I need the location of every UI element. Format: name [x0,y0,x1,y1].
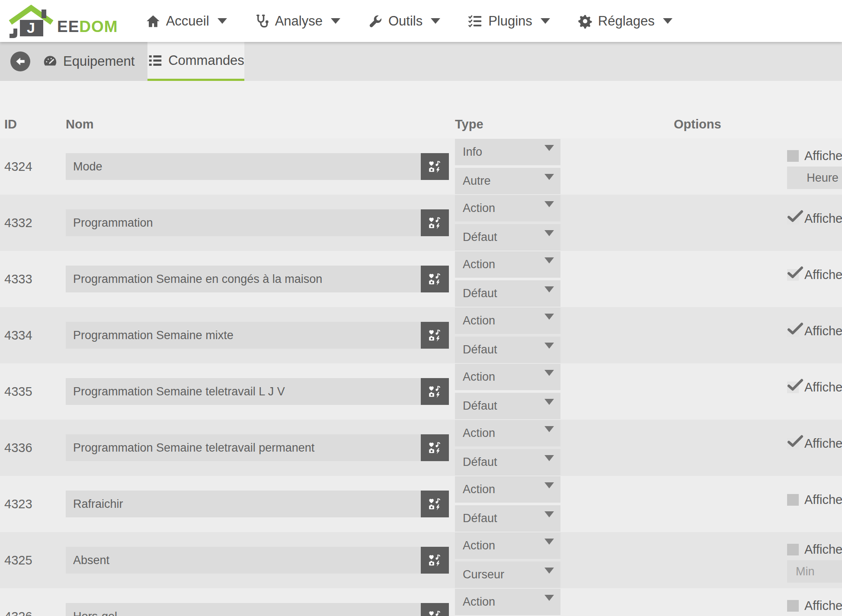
subtype-select-value: Défaut [455,512,497,525]
type-select[interactable]: Action [455,195,560,221]
command-name-input[interactable] [66,603,421,616]
command-name-input[interactable] [66,434,421,461]
afficher-checkbox-label: Afficher [804,268,842,282]
subtype-select-value: Défaut [455,399,497,413]
wrench-icon [368,14,383,29]
nav-item-accueil[interactable]: Accueil [146,13,227,29]
subtype-select[interactable]: Défaut [455,224,560,250]
tab-equipement[interactable]: Equipement [42,54,134,69]
command-name-input[interactable] [66,491,421,517]
command-display-button[interactable] [421,378,449,405]
nav-item-reglages[interactable]: Réglages [578,13,672,29]
subtype-select[interactable]: Défaut [455,393,560,419]
type-select-value: Action [455,258,495,271]
home-icon [146,14,160,29]
back-button[interactable] [10,51,30,71]
command-name-input[interactable] [66,209,421,236]
nav-item-label: Accueil [166,13,209,29]
nav-item-analyse[interactable]: Analyse [255,13,340,29]
table-row: 4323 Action [0,476,842,532]
table-body: 4324 Info [0,138,842,616]
command-display-button[interactable] [421,547,449,574]
afficher-checkbox[interactable] [787,150,799,162]
type-select[interactable]: Action [455,476,560,503]
brand-text-dark: EE [57,18,79,35]
command-display-button[interactable] [421,209,449,236]
chevron-down-icon [544,482,554,488]
subtype-select[interactable]: Défaut [455,505,560,532]
afficher-checkbox-label: Afficher [804,212,842,226]
widget-display-icon [427,159,443,174]
nav-item-label: Réglages [598,13,655,29]
nav-item-outils[interactable]: Outils [368,13,440,29]
table-row: 4332 Action [0,195,842,251]
afficher-checkbox[interactable] [787,213,799,225]
command-name-input[interactable] [66,322,421,349]
afficher-checkbox[interactable] [787,600,799,612]
type-select-value: Action [455,539,495,552]
commands-panel: ID Nom Type Options 4324 [0,81,842,616]
command-display-button[interactable] [421,266,449,292]
type-select[interactable]: Action [455,364,560,390]
command-id: 4324 [4,160,66,174]
table-row: 4333 Action [0,251,842,307]
tab-equipement-label: Equipement [63,54,134,69]
table-row: 4336 Action [0,420,842,476]
subtype-select[interactable]: Curseur [455,561,560,588]
afficher-checkbox[interactable] [787,494,799,506]
type-select[interactable]: Info [455,139,560,165]
widget-display-icon [427,440,443,456]
command-name-field [66,153,449,180]
afficher-checkbox[interactable] [787,544,799,555]
command-display-button[interactable] [421,603,449,616]
widget-display-icon [427,271,443,287]
type-select[interactable]: Action [455,589,560,615]
jeedom-logo[interactable]: J EEDOM [4,3,118,40]
command-name-field [66,603,449,616]
chevron-down-icon [544,568,554,574]
type-select-value: Action [455,483,495,496]
checkmark-icon [787,378,804,393]
widget-display-icon [427,496,443,512]
afficher-checkbox[interactable] [787,438,799,449]
table-row: 4334 Action [0,307,842,363]
command-name-input[interactable] [66,378,421,405]
chevron-down-icon [544,174,554,180]
chevron-down-icon [544,201,554,207]
heure-button[interactable]: Heure [787,167,842,189]
command-name-input[interactable] [66,153,421,180]
subtype-select[interactable]: Autre [455,168,560,194]
subtype-select[interactable]: Défaut [455,280,560,307]
option-extra-line [787,560,842,583]
afficher-checkbox-label: Afficher [804,599,842,613]
subtype-select[interactable]: Défaut [455,449,560,475]
command-display-button[interactable] [421,434,449,461]
type-select[interactable]: Action [455,420,560,446]
command-display-button[interactable] [421,153,449,180]
type-select-value: Action [455,314,495,327]
command-id: 4336 [4,441,66,455]
afficher-checkbox[interactable] [787,269,799,281]
command-id: 4332 [4,216,66,230]
command-display-button[interactable] [421,322,449,349]
chevron-down-icon [544,595,554,601]
command-name-input[interactable] [66,547,421,574]
type-select[interactable]: Action [455,308,560,334]
subtype-select-value: Curseur [455,568,504,581]
command-display-button[interactable] [421,491,449,517]
min-input[interactable] [787,560,842,583]
command-id: 4323 [4,497,66,511]
command-name-input[interactable] [66,266,421,292]
afficher-checkbox[interactable] [787,382,799,393]
type-select[interactable]: Action [455,251,560,278]
type-select[interactable]: Action [455,533,560,559]
stethoscope-icon [255,14,269,29]
subtype-select[interactable]: Défaut [455,337,560,363]
chevron-down-icon [544,257,554,263]
afficher-checkbox[interactable] [787,325,799,337]
chevron-down-icon [544,230,554,236]
nav-item-label: Outils [388,13,423,29]
tab-commandes[interactable]: Commandes [147,42,244,81]
nav-item-plugins[interactable]: Plugins [468,13,550,29]
table-row: 4325 Action [0,532,842,588]
